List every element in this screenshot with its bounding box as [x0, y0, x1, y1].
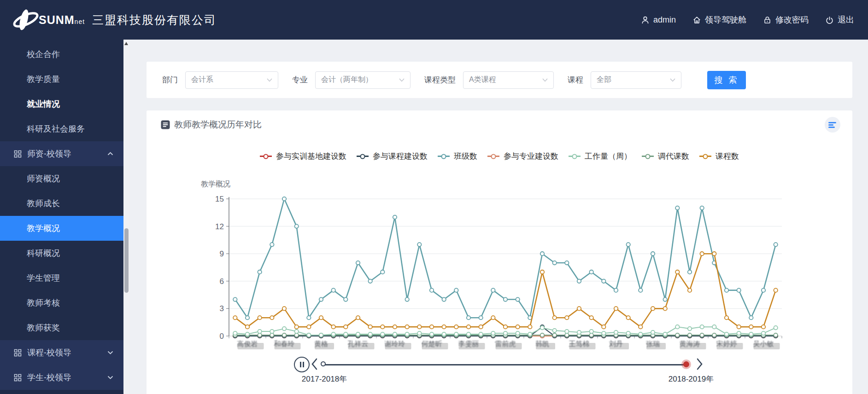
sidebar-item-4[interactable]: 师资-校领导: [0, 141, 123, 166]
legend-item-3[interactable]: 参与专业建设数: [487, 151, 558, 162]
svg-text:15: 15: [215, 195, 224, 203]
legend-marker-icon: [260, 156, 272, 157]
filter-department: 部门 会计系: [162, 71, 278, 89]
timeline-node-current[interactable]: [681, 359, 691, 369]
legend-item-4[interactable]: 工作量（周）: [569, 151, 632, 162]
timeline-label-start[interactable]: 2017-2018年: [301, 374, 347, 384]
user-menu[interactable]: admin: [641, 15, 676, 25]
grid-icon: [14, 374, 22, 382]
sidebar-item-label: 校企合作: [27, 49, 60, 60]
chevron-down-icon: [542, 78, 548, 82]
sidebar-item-1[interactable]: 教学质量: [0, 67, 123, 92]
main-content: 部门 会计系 专业 会计（两年制） 课程类型 A类课程 课程 全部: [129, 40, 868, 394]
timeline-node-start[interactable]: [321, 361, 326, 366]
sidebar-item-label: 教师获奖: [27, 322, 60, 333]
legend-item-1[interactable]: 参与课程建设数: [357, 151, 428, 162]
company-name: 三盟科技股份有限公司: [92, 12, 217, 28]
sidebar-item-3[interactable]: 科研及社会服务: [0, 116, 123, 141]
menu-bar-icon: [828, 124, 833, 126]
timeline-current-dot: [683, 361, 689, 367]
legend-marker-icon: [642, 156, 654, 157]
pause-button[interactable]: [294, 357, 310, 372]
chevron-down-icon: [107, 376, 113, 379]
sidebar-item-2[interactable]: 就业情况: [0, 92, 123, 116]
filter-label: 部门: [162, 75, 178, 85]
filter-label: 专业: [292, 75, 308, 85]
legend-label: 参与专业建设数: [504, 151, 558, 162]
timeline-prev-arrow[interactable]: [311, 358, 318, 370]
legend-label: 课程数: [716, 151, 739, 162]
search-button[interactable]: 搜 索: [707, 71, 746, 89]
sidebar-item-5[interactable]: 师资概况: [0, 166, 123, 191]
timeline-next-arrow[interactable]: [696, 358, 704, 370]
filter-bar: 部门 会计系 专业 会计（两年制） 课程类型 A类课程 课程 全部: [147, 62, 852, 98]
svg-text:0: 0: [220, 332, 224, 341]
y-axis-title: 教学概况: [201, 180, 230, 189]
timeline-slider: 2017-2018年 2018-2019年: [147, 346, 852, 394]
legend-label: 参与课程建设数: [373, 151, 428, 162]
document-icon: [160, 120, 170, 130]
sidebar-item-label: 教师考核: [27, 297, 60, 308]
svg-text:3: 3: [220, 304, 224, 313]
legend-marker-icon: [569, 156, 581, 157]
chevron-up-icon: [107, 152, 113, 156]
panel-title: 教师教学概况历年对比: [174, 119, 262, 131]
sidebar-item-label: 教师成长: [27, 198, 60, 209]
svg-text:9: 9: [220, 249, 224, 258]
sidebar-item-label: 教学质量: [27, 74, 60, 85]
legend-item-0[interactable]: 参与实训基地建设数: [260, 151, 346, 162]
sidebar-item-label: 学生管理: [27, 272, 60, 284]
nav-change-password[interactable]: 修改密码: [763, 14, 809, 25]
legend-label: 调代课数: [658, 151, 689, 162]
legend-item-6[interactable]: 课程数: [699, 151, 739, 162]
pause-icon: [300, 362, 301, 367]
lock-icon: [763, 16, 772, 24]
legend-marker-icon: [487, 156, 499, 157]
filter-course-type: 课程类型 A类课程: [424, 71, 554, 89]
filter-label: 课程类型: [424, 75, 456, 85]
filter-course: 课程 全部: [568, 71, 681, 89]
chart-menu-button[interactable]: [825, 117, 840, 133]
legend-marker-icon: [438, 156, 450, 157]
scrollbar-thumb[interactable]: [124, 228, 129, 293]
department-select[interactable]: 会计系: [185, 71, 278, 89]
sidebar-scrollbar[interactable]: [123, 40, 129, 394]
nav-logout[interactable]: 退出: [825, 14, 854, 25]
menu-bar-icon: [828, 127, 835, 128]
filter-label: 课程: [568, 75, 583, 85]
major-select[interactable]: 会计（两年制）: [315, 71, 411, 89]
course-type-select[interactable]: A类课程: [463, 71, 554, 89]
chevron-down-icon: [267, 78, 272, 82]
scrollbar-up-arrow-icon[interactable]: [124, 42, 128, 45]
legend-item-5[interactable]: 调代课数: [642, 151, 689, 162]
sidebar-item-10[interactable]: 教师考核: [0, 290, 123, 315]
sidebar-item-label: 教学概况: [27, 223, 60, 234]
sidebar-item-7[interactable]: 教学概况: [0, 216, 123, 241]
course-select[interactable]: 全部: [591, 71, 681, 89]
sidebar-item-label: 科研概况: [27, 248, 60, 259]
sidebar-item-label: 就业情况: [27, 98, 60, 110]
logo-text: SUNMnet: [39, 13, 85, 27]
power-icon: [825, 16, 834, 24]
sidebar-item-12[interactable]: 课程-校领导: [0, 340, 123, 365]
chevron-down-icon: [107, 351, 113, 354]
legend-label: 参与实训基地建设数: [276, 151, 346, 162]
grid-icon: [14, 150, 22, 158]
timeline-track[interactable]: [323, 364, 686, 365]
sidebar-item-0[interactable]: 校企合作: [0, 42, 123, 67]
legend-item-2[interactable]: 班级数: [438, 151, 477, 162]
svg-text:6: 6: [220, 277, 224, 286]
user-name: admin: [653, 15, 676, 25]
sidebar-item-13[interactable]: 学生-校领导: [0, 365, 123, 390]
sidebar-item-9[interactable]: 学生管理: [0, 266, 123, 290]
top-header: SUNMnet 三盟科技股份有限公司 admin 领导驾驶舱 修改密码: [0, 0, 868, 40]
chart-panel: 教师教学概况历年对比 参与实训基地建设数参与课程建设数班级数参与专业建设数工作量…: [147, 110, 852, 394]
chevron-down-icon: [670, 78, 675, 82]
sidebar-item-11[interactable]: 教师获奖: [0, 315, 123, 340]
timeline-label-end[interactable]: 2018-2019年: [663, 374, 719, 384]
sidebar-item-6[interactable]: 教师成长: [0, 191, 123, 216]
nav-cockpit[interactable]: 领导驾驶舱: [692, 14, 746, 25]
sidebar-item-8[interactable]: 科研概况: [0, 241, 123, 266]
logo-swoosh-icon: [12, 6, 41, 33]
sidebar-menu: 校企合作教学质量就业情况科研及社会服务师资-校领导师资概况教师成长教学概况科研概…: [0, 40, 123, 394]
